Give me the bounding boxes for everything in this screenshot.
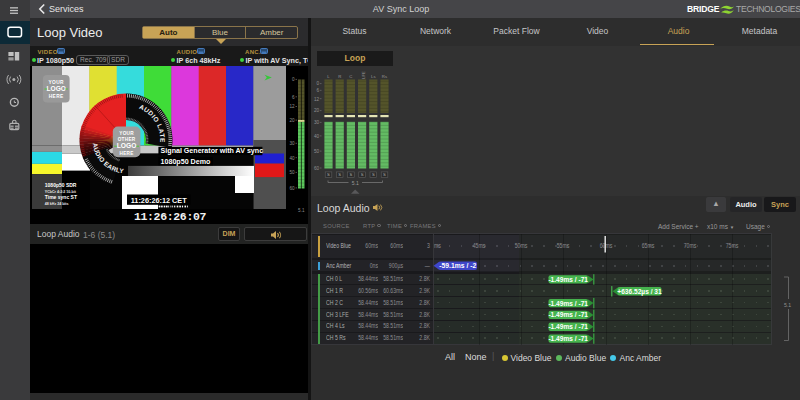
svg-text:-1.49ms / -71: -1.49ms / -71: [548, 323, 588, 330]
svg-text:30: 30: [314, 120, 320, 125]
svg-text:S: S: [361, 172, 364, 177]
svg-text:YOUR: YOUR: [119, 131, 134, 136]
svg-text:S: S: [338, 172, 341, 177]
svg-text:20: 20: [289, 118, 295, 123]
svg-text:HERE: HERE: [49, 94, 64, 99]
svg-text:L: L: [327, 74, 330, 79]
svg-text:5.1: 5.1: [784, 302, 791, 308]
svg-text:-59.1ms / -2: -59.1ms / -2: [439, 262, 476, 269]
svg-text:6: 6: [292, 95, 295, 100]
svg-text:60: 60: [289, 186, 295, 191]
svg-text:60: 60: [314, 166, 320, 171]
svg-text:5.1: 5.1: [352, 180, 359, 186]
svg-text:Signal Generator with AV sync: Signal Generator with AV sync: [161, 147, 264, 155]
svg-text:20: 20: [314, 108, 320, 113]
svg-text:-1.49ms / -71: -1.49ms / -71: [548, 300, 588, 307]
svg-text:Ls: Ls: [371, 74, 376, 79]
svg-text:HERE: HERE: [119, 151, 133, 156]
svg-text:LOGO: LOGO: [117, 142, 137, 149]
svg-text:Time sync ST: Time sync ST: [45, 194, 77, 200]
svg-text:40: 40: [314, 134, 320, 139]
svg-text:-1.49ms / -71: -1.49ms / -71: [548, 276, 588, 283]
svg-text:S: S: [350, 172, 353, 177]
svg-text:YCbCr 4:2:2 10-bit: YCbCr 4:2:2 10-bit: [45, 190, 77, 194]
svg-text:1080p50 Demo: 1080p50 Demo: [161, 158, 211, 166]
svg-text:R: R: [338, 74, 341, 79]
svg-text:40: 40: [289, 156, 295, 161]
svg-text:S: S: [383, 172, 386, 177]
svg-text:OTHER: OTHER: [118, 137, 136, 142]
svg-text:+636.52µs / 31: +636.52µs / 31: [617, 288, 662, 296]
svg-text:LFE: LFE: [361, 71, 366, 79]
svg-text:6: 6: [316, 88, 319, 93]
svg-text:1080p50 SDR: 1080p50 SDR: [45, 182, 77, 188]
svg-text:11:26:26:12 CET: 11:26:26:12 CET: [131, 196, 188, 205]
svg-text:YOUR: YOUR: [48, 80, 64, 85]
svg-text:0: 0: [316, 81, 319, 86]
svg-text:0: 0: [292, 77, 295, 82]
svg-text:Rs: Rs: [382, 74, 387, 79]
svg-text:C: C: [349, 74, 352, 79]
svg-text:S: S: [372, 172, 375, 177]
svg-text:12: 12: [314, 97, 320, 102]
svg-text:48 kHz 24 bits: 48 kHz 24 bits: [45, 202, 69, 206]
svg-text:LOGO: LOGO: [46, 85, 65, 92]
svg-text:5.1: 5.1: [298, 208, 305, 213]
svg-text:30: 30: [289, 141, 295, 146]
svg-text:12: 12: [289, 104, 295, 109]
svg-text:S: S: [327, 172, 330, 177]
svg-text:-1.49ms / -71: -1.49ms / -71: [548, 335, 588, 342]
svg-text:50: 50: [314, 149, 320, 154]
svg-text:-1.49ms / -71: -1.49ms / -71: [548, 311, 588, 318]
svg-text:50: 50: [289, 170, 295, 175]
